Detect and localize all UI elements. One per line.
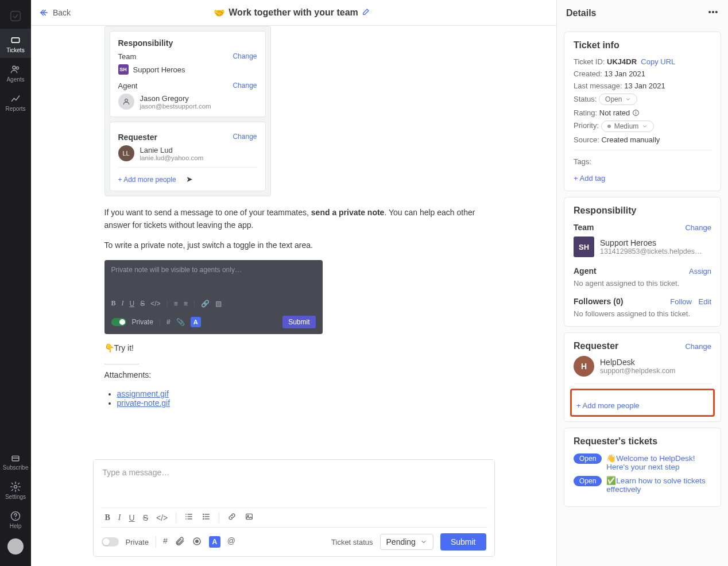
svg-point-14 — [196, 540, 199, 542]
ol-button[interactable] — [184, 512, 193, 523]
back-label: Back — [53, 8, 71, 17]
agent-assign-link[interactable]: Assign — [689, 267, 711, 276]
priority-select[interactable]: Medium — [601, 121, 655, 132]
ul-button[interactable] — [202, 512, 211, 523]
requester-card: Requester Change H HelpDesk support@help… — [564, 332, 721, 422]
format-button[interactable]: A — [209, 536, 220, 548]
back-button[interactable]: Back — [39, 7, 71, 18]
copy-url-link[interactable]: Copy URL — [641, 57, 675, 66]
ticket-status-select[interactable]: Pending — [380, 534, 433, 550]
team-label: Team — [574, 223, 594, 232]
add-tag-link[interactable]: + Add tag — [574, 174, 605, 183]
details-panel: Details Ticket info Ticket ID: UKJ4DR Co… — [557, 0, 728, 566]
details-more-button[interactable] — [707, 6, 719, 20]
private-toggle[interactable] — [102, 537, 119, 546]
last-message-value: 13 Jan 2021 — [624, 82, 665, 90]
reports-icon — [0, 93, 31, 104]
svg-rect-0 — [11, 11, 21, 21]
nav-settings[interactable]: Settings — [0, 475, 31, 505]
link-button[interactable] — [227, 512, 237, 523]
embed-team-name: Support Heroes — [133, 65, 185, 74]
try-it-label: 👇Try it! — [104, 342, 483, 355]
related-ticket-link[interactable]: ✅Learn how to solve tickets effectively — [606, 476, 711, 494]
nav-agents-label: Agents — [0, 76, 31, 83]
svg-point-7 — [125, 99, 127, 102]
mention-button[interactable]: @ — [227, 536, 235, 548]
requester-avatar: H — [574, 356, 594, 377]
team-change-link[interactable]: Change — [685, 223, 711, 232]
hash-button[interactable]: # — [163, 536, 168, 548]
embed-requester-name: Lanie Lud — [140, 146, 204, 154]
cursor-icon: ➤ — [186, 175, 193, 184]
responsibility-heading: Responsibility — [574, 206, 711, 216]
embed-requester-change-link[interactable]: Change — [233, 133, 257, 142]
image-button[interactable] — [245, 512, 254, 523]
priority-dot-icon — [607, 125, 611, 128]
embed-team-avatar: SH — [118, 64, 129, 75]
source-value: Created manually — [601, 135, 660, 144]
requester-change-link[interactable]: Change — [685, 342, 711, 351]
embed-private-note-preview: Private note will be visible to agents o… — [104, 260, 323, 334]
edit-title-button[interactable] — [362, 7, 371, 18]
related-ticket-link[interactable]: 👋Welcome to HelpDesk! Here's your next s… — [606, 453, 711, 471]
nav-reports-label: Reports — [0, 106, 31, 112]
embed-add-more-people-link[interactable]: + Add more people — [118, 176, 176, 184]
message-input[interactable] — [94, 460, 494, 506]
embed-responsibility-heading: Responsibility — [118, 38, 257, 48]
bold-button[interactable]: B — [105, 513, 110, 522]
rating-value: Not rated — [599, 108, 630, 117]
status-select[interactable]: Open — [599, 94, 637, 105]
private-label-preview: Private — [132, 318, 153, 326]
attachments-list: assignment.gif private-note.gif — [117, 389, 483, 408]
private-label: Private — [126, 538, 149, 546]
attachment-link[interactable]: private-note.gif — [117, 398, 171, 408]
page-title: 🤝 Work together with your team — [71, 7, 514, 18]
related-ticket-row[interactable]: Open 👋Welcome to HelpDesk! Here's your n… — [574, 453, 711, 471]
add-more-people-link[interactable]: + Add more people — [574, 398, 644, 414]
attachment-icon: 📎 — [176, 318, 185, 326]
attachment-link[interactable]: assignment.gif — [117, 389, 169, 398]
embed-agent-change-link[interactable]: Change — [233, 82, 257, 90]
agent-label: Agent — [574, 266, 597, 276]
italic-button[interactable]: I — [118, 513, 121, 522]
record-button[interactable] — [192, 536, 202, 548]
requester-tickets-card: Requester's tickets Open 👋Welcome to Hel… — [564, 428, 721, 507]
edit-followers-link[interactable]: Edit — [699, 297, 711, 306]
user-avatar[interactable] — [7, 538, 24, 555]
created-value: 13 Jan 2021 — [605, 69, 646, 78]
nav-tickets-label: Tickets — [0, 47, 31, 53]
ticket-info-heading: Ticket info — [574, 40, 711, 51]
underline-button[interactable]: U — [129, 513, 135, 522]
svg-point-5 — [14, 486, 17, 489]
embed-agent-avatar — [118, 94, 134, 110]
info-icon[interactable] — [632, 109, 640, 117]
svg-point-15 — [709, 11, 711, 13]
nav-tickets[interactable]: Tickets — [0, 29, 31, 58]
followers-none-text: No followers assigned to this ticket. — [574, 309, 711, 318]
top-header: Back 🤝 Work together with your team — [31, 0, 556, 26]
gear-icon — [0, 481, 31, 493]
nav-subscribe[interactable]: Subscribe — [0, 446, 31, 475]
embed-agent-label: Agent — [118, 82, 138, 90]
paragraph-private-note-intro: If you want to send a message to one of … — [104, 207, 483, 231]
attach-button[interactable] — [175, 536, 185, 548]
nav-agents[interactable]: Agents — [0, 58, 31, 87]
related-ticket-row[interactable]: Open ✅Learn how to solve tickets effecti… — [574, 476, 711, 494]
code-button[interactable]: </> — [156, 513, 168, 522]
nav-reports[interactable]: Reports — [0, 87, 31, 117]
svg-point-8 — [203, 514, 204, 514]
follow-link[interactable]: Follow — [670, 297, 692, 306]
strike-button[interactable]: S — [143, 513, 148, 522]
divider — [104, 364, 139, 365]
nav-help[interactable]: Help — [0, 505, 31, 534]
svg-point-3 — [16, 67, 18, 69]
agents-icon — [0, 64, 31, 75]
embed-team-change-link[interactable]: Change — [233, 52, 257, 61]
svg-point-10 — [203, 518, 204, 519]
submit-button[interactable]: Submit — [440, 533, 486, 551]
app-logo-icon[interactable] — [9, 3, 22, 29]
requester-tickets-heading: Requester's tickets — [574, 436, 711, 447]
ticket-id-value: UKJ4DR — [607, 57, 637, 66]
private-toggle-preview — [111, 318, 126, 326]
svg-point-16 — [712, 11, 714, 13]
